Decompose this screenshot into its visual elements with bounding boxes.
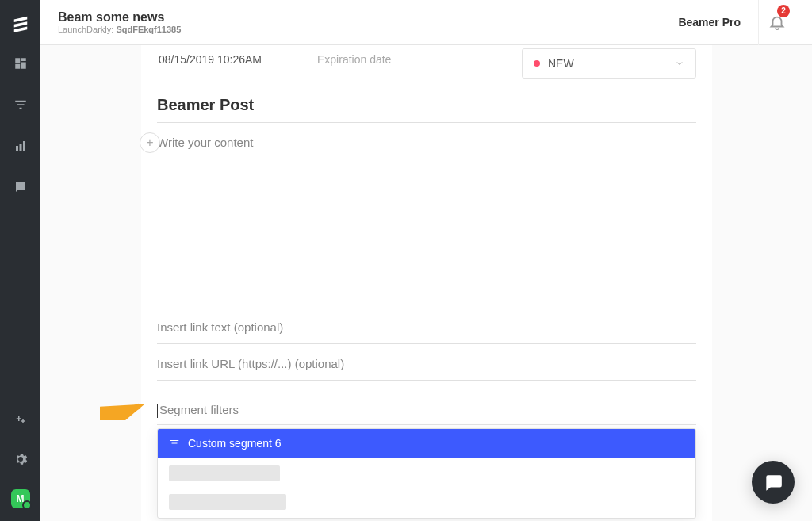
sidebar-nav [13, 46, 29, 195]
page-title: Beam some news [58, 10, 181, 25]
svg-rect-0 [15, 58, 20, 63]
subtitle-value: SqdFEkqf11385 [116, 25, 181, 34]
svg-rect-3 [15, 64, 20, 69]
app-logo [12, 0, 29, 46]
svg-rect-1 [21, 58, 25, 61]
nav-integrations[interactable] [13, 413, 29, 429]
svg-rect-9 [23, 141, 25, 151]
main-content: 08/15/2019 10:26AM Expiration date NEW B… [40, 45, 812, 521]
category-dot-icon [534, 60, 540, 67]
svg-rect-8 [19, 144, 21, 151]
svg-rect-2 [21, 63, 25, 69]
category-select[interactable]: NEW [522, 48, 696, 79]
nav-analytics[interactable] [13, 138, 29, 154]
segment-option-blurred[interactable] [169, 465, 280, 481]
segment-dropdown: Custom segment 6 [157, 428, 696, 519]
category-label: NEW [548, 57, 574, 70]
plan-label[interactable]: Beamer Pro [678, 16, 741, 29]
section-title: Beamer Post [157, 96, 696, 123]
notifications-button[interactable]: 2 [758, 0, 795, 45]
segment-placeholder: Segment filters [159, 403, 239, 416]
publish-date-field[interactable]: 08/15/2019 10:26AM [157, 48, 300, 71]
user-avatar[interactable]: M [11, 489, 30, 508]
expiration-date-field[interactable]: Expiration date [316, 48, 442, 71]
nav-settings[interactable] [13, 451, 29, 467]
link-text-input[interactable]: Insert link text (optional) [157, 311, 696, 344]
chat-widget-button[interactable] [752, 461, 795, 504]
page-subtitle: LaunchDarkly: SqdFEkqf11385 [58, 25, 181, 34]
segment-option-label: Custom segment 6 [188, 437, 282, 450]
avatar-initial: M [17, 493, 25, 504]
filter-icon [169, 438, 180, 449]
nav-filter[interactable] [13, 97, 29, 113]
sidebar: M [0, 0, 40, 521]
subtitle-label: LaunchDarkly: [58, 25, 113, 34]
chevron-down-icon [675, 59, 684, 68]
notification-count: 2 [777, 5, 790, 17]
chat-icon [763, 472, 783, 492]
svg-rect-7 [16, 146, 18, 151]
content-editor[interactable]: Write your content [157, 136, 696, 149]
link-url-input[interactable]: Insert link URL (https://...) (optional) [157, 347, 696, 381]
content-editor-body[interactable] [157, 149, 696, 308]
post-editor-card: 08/15/2019 10:26AM Expiration date NEW B… [141, 45, 712, 521]
nav-dashboard[interactable] [13, 56, 29, 71]
pointer-arrow-icon [100, 398, 149, 420]
segment-option-blurred[interactable] [169, 494, 286, 510]
segment-option-selected[interactable]: Custom segment 6 [158, 429, 695, 458]
nav-feedback[interactable] [13, 179, 29, 195]
segment-filters-input[interactable]: Segment filters [157, 396, 696, 425]
add-block-button[interactable]: + [140, 132, 160, 153]
topbar: Beam some news LaunchDarkly: SqdFEkqf113… [40, 0, 812, 45]
